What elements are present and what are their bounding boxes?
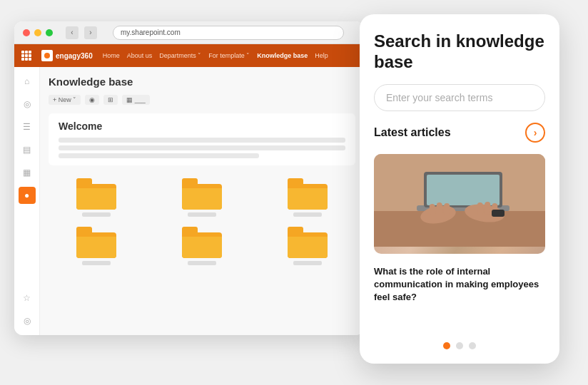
svg-rect-10 bbox=[444, 202, 450, 215]
sidebar-chart-icon[interactable]: ▦ bbox=[19, 164, 36, 181]
svg-rect-14 bbox=[492, 210, 505, 217]
pagination-dot-2[interactable] bbox=[456, 342, 463, 349]
svg-rect-9 bbox=[437, 202, 443, 215]
articles-chevron-right[interactable]: › bbox=[525, 123, 545, 143]
search-input-wrap[interactable]: Enter your search terms bbox=[374, 84, 545, 111]
browser-titlebar: ‹ › my.sharepoint.com bbox=[14, 21, 364, 44]
nav-about[interactable]: About us bbox=[127, 52, 153, 59]
folder-label-5 bbox=[188, 261, 216, 265]
folder-item-1[interactable] bbox=[49, 178, 144, 217]
article-title: What is the role of internal communicati… bbox=[374, 265, 545, 304]
search-card: Search in knowledge base Enter your sear… bbox=[360, 14, 559, 364]
sidebar-doc-icon[interactable]: ▤ bbox=[19, 141, 36, 158]
article-image-content bbox=[374, 154, 545, 254]
sp-logo: engagy360 bbox=[41, 50, 93, 61]
sidebar-clipboard-icon[interactable]: ☰ bbox=[19, 118, 36, 135]
address-bar[interactable]: my.sharepoint.com bbox=[113, 26, 344, 40]
sidebar-home-icon[interactable]: ⌂ bbox=[19, 73, 36, 90]
folder-label-2 bbox=[188, 212, 216, 217]
folder-item-6[interactable] bbox=[260, 227, 355, 265]
waffle-icon[interactable] bbox=[21, 51, 31, 61]
pagination-dot-3[interactable] bbox=[469, 342, 476, 349]
kb-toolbar: + New ˅ ◉ ⊞ ▦ ___ bbox=[49, 95, 355, 105]
grid-button[interactable]: ⊞ bbox=[103, 95, 118, 105]
maximize-traffic-light[interactable] bbox=[46, 29, 53, 36]
nav-home[interactable]: Home bbox=[103, 52, 120, 59]
sidebar-globe-icon[interactable]: ◎ bbox=[19, 96, 36, 113]
folder-label-4 bbox=[82, 261, 111, 265]
logo-text[interactable]: engagy360 bbox=[56, 52, 93, 60]
nav-template[interactable]: For template ˅ bbox=[208, 52, 250, 59]
folder-item-3[interactable] bbox=[260, 178, 355, 217]
search-card-title: Search in knowledge base bbox=[374, 31, 545, 73]
sp-nav: Home About us Departments ˅ For template… bbox=[103, 52, 328, 59]
folder-item-4[interactable] bbox=[49, 227, 144, 265]
svg-rect-11 bbox=[477, 202, 484, 215]
sp-sidebar: ⌂ ◎ ☰ ▤ ▦ ● ☆ ◎ bbox=[14, 67, 40, 335]
close-traffic-light[interactable] bbox=[23, 29, 30, 36]
sp-main: Knowledge base + New ˅ ◉ ⊞ ▦ ___ Welcome bbox=[40, 67, 364, 335]
latest-articles-header: Latest articles › bbox=[374, 123, 545, 143]
folder-icon-1 bbox=[76, 178, 116, 210]
nav-help[interactable]: Help bbox=[315, 52, 328, 59]
svg-rect-2 bbox=[374, 211, 545, 247]
filter-button[interactable]: ▦ ___ bbox=[122, 95, 150, 105]
folder-icon-5 bbox=[182, 227, 222, 258]
sidebar-user-icon[interactable]: ◎ bbox=[19, 312, 36, 329]
article-illustration bbox=[374, 154, 545, 247]
settings-button[interactable]: ◉ bbox=[85, 95, 99, 105]
new-button[interactable]: + New ˅ bbox=[49, 95, 81, 105]
folder-icon-4 bbox=[76, 227, 116, 258]
logo-icon bbox=[41, 50, 53, 61]
content-lines bbox=[59, 138, 345, 158]
back-button[interactable]: ‹ bbox=[66, 26, 78, 39]
url-text: my.sharepoint.com bbox=[121, 29, 181, 36]
browser-window: ‹ › my.sharepoint.com engagy360 Home Abo… bbox=[14, 21, 364, 335]
kb-welcome-section: Welcome bbox=[49, 113, 355, 165]
svg-rect-5 bbox=[427, 175, 500, 205]
folder-label-6 bbox=[293, 261, 322, 265]
welcome-title: Welcome bbox=[59, 120, 345, 132]
sp-body: ⌂ ◎ ☰ ▤ ▦ ● ☆ ◎ Knowledge base + New ˅ ◉… bbox=[14, 67, 364, 335]
latest-articles-label: Latest articles bbox=[374, 126, 451, 139]
sidebar-star-icon[interactable]: ☆ bbox=[19, 289, 36, 307]
folder-item-2[interactable] bbox=[154, 178, 250, 217]
browser-nav: ‹ › bbox=[66, 26, 97, 39]
svg-rect-12 bbox=[485, 201, 491, 214]
folder-icon-3 bbox=[288, 178, 328, 210]
content-line-3 bbox=[59, 153, 259, 158]
folder-item-5[interactable] bbox=[154, 227, 250, 265]
article-image bbox=[374, 154, 545, 254]
folder-grid bbox=[49, 174, 355, 270]
folder-label-3 bbox=[293, 212, 322, 217]
svg-point-0 bbox=[44, 53, 50, 58]
pagination-dot-1[interactable] bbox=[443, 342, 450, 349]
folder-label-1 bbox=[82, 212, 111, 217]
search-input-placeholder: Enter your search terms bbox=[386, 92, 492, 103]
minimize-traffic-light[interactable] bbox=[34, 29, 41, 36]
folder-icon-6 bbox=[288, 227, 328, 258]
nav-knowledge[interactable]: Knowledge base bbox=[257, 52, 308, 59]
nav-departments[interactable]: Departments ˅ bbox=[159, 52, 201, 59]
pagination-dots bbox=[374, 342, 545, 349]
forward-button[interactable]: › bbox=[84, 26, 97, 39]
sp-header: engagy360 Home About us Departments ˅ Fo… bbox=[14, 44, 364, 67]
content-line-1 bbox=[59, 138, 345, 143]
folder-icon-2 bbox=[182, 178, 222, 210]
page-title: Knowledge base bbox=[49, 76, 355, 88]
content-line-2 bbox=[59, 145, 345, 150]
sidebar-settings-icon[interactable]: ● bbox=[19, 187, 36, 204]
